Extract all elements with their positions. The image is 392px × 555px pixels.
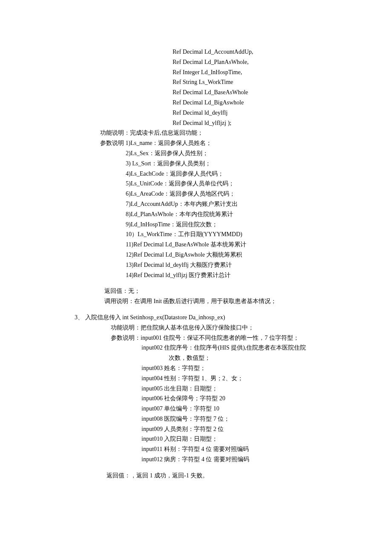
function-description: 功能说明：完成读卡后,信息返回功能；: [100, 128, 349, 138]
ref-param-line: Ref Decimal Ld_BaseAsWhole: [173, 87, 349, 98]
section-3-param-item: input011 科别：字符型 4 位 需要对照编码: [141, 444, 349, 454]
ref-param-line: Ref Decimal ld_deylflj: [173, 108, 349, 118]
section-3-param-item: input007 单位编号：字符型 10: [141, 404, 349, 414]
ref-param-line: Ref Decimal Ld_AccountAddUp,: [173, 47, 349, 57]
param-item: 9)Ld_InHospTime：返回住院次数；: [126, 220, 349, 230]
param-item: 13)Ref Decimal ld_deylflj 大额医疗费累计: [126, 260, 349, 270]
section-3-param-item: input009 人员类别：字符型 2 位: [141, 424, 349, 434]
return-value: 返回值：无；: [104, 286, 349, 296]
section-3-param-item: input004 性别：字符型 1、男；2、女；: [141, 373, 349, 384]
ref-param-line: Ref Integer Ld_InHospTime,: [173, 67, 349, 78]
section-3-param-item: input010 入院日期：日期型；: [141, 434, 349, 444]
ref-param-line: Ref Decimal Ld_BigAswhole: [173, 98, 349, 108]
param-item: 2)Ls_Sex：返回参保人员性别；: [126, 148, 349, 159]
section-3-function-description: 功能说明：把住院病人基本信息传入医疗保险接口中；: [111, 323, 349, 333]
param-item: 11)Ref Decimal Ld_BaseAsWhole 基本统筹累计: [126, 240, 349, 250]
section-3-param-head: 参数说明：input001 住院号：保证不同住院患者的唯一性，7 位字符型；: [111, 333, 349, 343]
call-description: 调用说明：在调用 Init 函数后进行调用，用于获取患者基本情况；: [104, 296, 349, 306]
section-3-param-item: input003 姓名：字符型；: [141, 363, 349, 373]
section-3-param-item: input012 病房：字符型 4 位 需要对照编码: [141, 454, 349, 465]
section-3-param-item: input006 社会保障号；字符型 20: [141, 393, 349, 404]
param-item: 3) Ls_Sort：返回参保人员类别；: [126, 159, 349, 169]
ref-param-line: Ref Decimal Ld_PlanAsWhole,: [173, 57, 349, 67]
ref-param-line: Ref Decimal ld_ylfljzj );: [173, 118, 349, 128]
param-item: 7)Ld_AccountAddUp：本年内账户累计支出: [126, 199, 349, 209]
section-3-param-continuation: 次数，数值型；: [169, 353, 349, 363]
param-item: 5)Ls_UnitCode：返回参保人员单位代码；: [126, 179, 349, 189]
param-item: 6)Ls_AreaCode：返回参保人员地区代码；: [126, 189, 349, 199]
param-description-head: 参数说明 1)Ls_name：返回参保人员姓名；: [100, 138, 349, 148]
section-3-param-item: input002 住院序号：住院序号(HIS 提供),住院患者在本医院住院: [141, 343, 349, 353]
param-item: 4)Ls_EachCode：返回参保人员代码；: [126, 169, 349, 179]
param-item: 10）Ls_WorkTime：工作日期(YYYYMMDD): [126, 229, 349, 240]
section-3-param-item: input008 医院编号：字符型 7 位；: [141, 414, 349, 424]
param-item: 14)Ref Decimal ld_ylfljzj 医疗费累计总计: [126, 270, 349, 280]
ref-param-line: Ref String Ls_WorkTime: [173, 77, 349, 87]
section-3-return-value: 返回值：，返回 1 成功，返回-1 失败。: [107, 471, 349, 481]
section-3-param-item: input005 出生日期：日期型；: [141, 384, 349, 394]
section-3-heading: 3、 入院信息传入 int Setinhosp_ex(Datastore Da_…: [75, 312, 349, 323]
param-item: 12)Ref Decimal Ld_BigAswhole 大额统筹累积: [126, 250, 349, 260]
param-item: 8)Ld_PlanAsWhole：本年内住院统筹累计: [126, 209, 349, 220]
